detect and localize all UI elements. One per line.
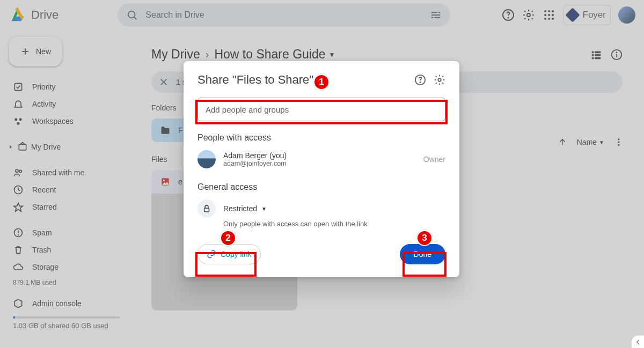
tune-icon[interactable] [430, 9, 442, 21]
add-people-input[interactable]: Add people and groups [197, 98, 445, 121]
drive-logo-icon [9, 6, 27, 24]
svg-point-24 [19, 170, 21, 172]
file-name: e [178, 177, 182, 186]
nav-my-drive[interactable]: My Drive [6, 138, 125, 156]
settings-icon[interactable] [522, 9, 535, 21]
nav-label: My Drive [31, 143, 61, 151]
svg-point-43 [163, 180, 165, 181]
admin-icon [13, 298, 24, 309]
search-icon [126, 9, 138, 21]
nav-spam[interactable]: Spam [6, 224, 125, 241]
storage-progress [13, 316, 120, 319]
breadcrumb-root[interactable]: My Drive [151, 47, 200, 62]
nav-shared-with-me[interactable]: Shared with me [6, 164, 125, 181]
svg-rect-36 [595, 57, 601, 59]
annotation-badge-1: 1 [313, 74, 330, 90]
foyer-label: Foyer [583, 10, 606, 20]
nav-label: Activity [32, 100, 56, 108]
storage-summary: 1.03 GB of shared 60 GB used [13, 322, 125, 330]
nav-label: Recent [32, 186, 56, 194]
general-access-row[interactable]: Restricted ▼ [197, 199, 445, 218]
annotation-badge-3: 3 [416, 230, 433, 246]
access-level-label: Restricted [223, 204, 257, 213]
svg-point-29 [18, 235, 19, 235]
priority-icon [13, 82, 24, 92]
nav-label: Trash [32, 246, 51, 254]
clock-icon [13, 184, 24, 195]
search-placeholder: Search in Drive [145, 10, 430, 20]
add-people-placeholder: Add people and groups [206, 105, 289, 114]
settings-icon[interactable] [434, 74, 445, 86]
nav-label: Starred [32, 203, 57, 211]
svg-point-6 [548, 10, 550, 12]
svg-rect-17 [14, 83, 21, 90]
person-avatar [197, 150, 216, 168]
dialog-title: Share "Files to Share" [197, 73, 313, 87]
svg-point-39 [616, 52, 617, 53]
list-view-icon[interactable] [590, 49, 602, 61]
nav-label: Priority [32, 83, 56, 91]
chevron-left-icon [634, 338, 642, 346]
annotation-badge-2: 2 [220, 230, 236, 246]
svg-rect-34 [595, 54, 601, 56]
svg-point-46 [618, 142, 620, 143]
nav-starred[interactable]: Starred [6, 198, 125, 216]
svg-point-4 [527, 13, 530, 17]
app-header: Drive Search in Drive Foyer [0, 0, 644, 30]
info-icon[interactable] [611, 49, 623, 61]
svg-point-8 [544, 14, 546, 16]
lock-icon [197, 199, 216, 218]
close-icon[interactable] [159, 77, 169, 87]
help-icon[interactable] [502, 9, 515, 21]
new-button[interactable]: New [9, 36, 62, 66]
person-email: adam@joinfoyer.com [223, 160, 287, 167]
svg-point-0 [128, 11, 135, 18]
cloud-icon [13, 262, 24, 272]
svg-point-11 [544, 18, 546, 20]
nav-label: Shared with me [32, 168, 84, 177]
done-button[interactable]: Done [400, 244, 445, 264]
svg-point-23 [16, 169, 18, 172]
spam-icon [13, 227, 24, 238]
svg-rect-31 [592, 51, 594, 53]
nav-admin-console[interactable]: Admin console [6, 295, 125, 312]
nav-storage[interactable]: Storage [6, 258, 125, 276]
account-avatar[interactable] [618, 6, 635, 24]
side-panel-toggle[interactable] [631, 335, 644, 348]
help-icon[interactable] [414, 74, 426, 86]
svg-rect-14 [566, 8, 580, 22]
svg-point-12 [548, 18, 550, 20]
trash-icon [13, 245, 24, 255]
breadcrumb: My Drive › How to Share Guide ▼ [151, 47, 623, 62]
nav-workspaces[interactable]: Workspaces [6, 113, 125, 130]
caret-down-icon: ▼ [261, 206, 267, 212]
nav-recent[interactable]: Recent [6, 181, 125, 198]
svg-point-18 [14, 118, 17, 121]
svg-point-7 [552, 10, 554, 12]
sort-by-name[interactable]: Name ▼ [577, 138, 604, 146]
apps-icon[interactable] [543, 9, 555, 21]
chevron-right-icon: › [206, 48, 209, 61]
svg-point-13 [552, 18, 554, 20]
drive-folder-icon [17, 142, 28, 152]
svg-point-20 [17, 122, 20, 125]
svg-rect-33 [592, 54, 594, 56]
svg-rect-35 [592, 57, 594, 59]
breadcrumb-current-label: How to Share Guide [214, 47, 325, 62]
nav-activity[interactable]: Activity [6, 95, 125, 113]
svg-point-5 [544, 10, 546, 12]
nav-label: Workspaces [32, 117, 74, 125]
svg-point-49 [420, 82, 420, 83]
svg-marker-26 [14, 203, 23, 212]
copy-link-button[interactable]: Copy link [197, 244, 261, 264]
nav-priority[interactable]: Priority [6, 78, 125, 95]
arrow-up-icon[interactable] [558, 137, 567, 147]
breadcrumb-current[interactable]: How to Share Guide ▼ [214, 47, 335, 62]
more-icon[interactable] [614, 137, 624, 147]
sort-col-label: Name [577, 138, 597, 146]
foyer-extension-chip[interactable]: Foyer [563, 5, 611, 25]
person-row: Adam Berger (you) adam@joinfoyer.com Own… [197, 150, 445, 168]
search-bar[interactable]: Search in Drive [118, 3, 450, 27]
sidebar: New Priority Activity Workspaces My Driv… [0, 36, 129, 330]
nav-trash[interactable]: Trash [6, 241, 125, 258]
